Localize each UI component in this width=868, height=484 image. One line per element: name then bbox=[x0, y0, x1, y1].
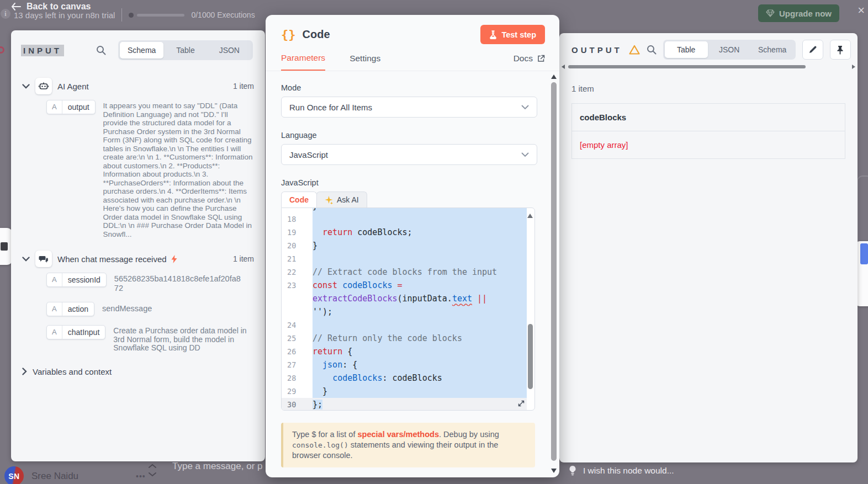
code-lines[interactable]: }18 19 return codeBlocks;20}21 22// Extr… bbox=[282, 208, 527, 410]
modal-scrollbar-thumb[interactable] bbox=[551, 82, 557, 461]
variables-context-label: Variables and context bbox=[33, 367, 112, 376]
editor-tab-ask-ai[interactable]: Ask AI bbox=[316, 192, 367, 208]
chevron-down-icon bbox=[521, 152, 529, 157]
mode-label: Mode bbox=[281, 83, 537, 92]
input-tab-table[interactable]: Table bbox=[163, 42, 207, 58]
hint-code: console.log() bbox=[292, 441, 348, 449]
language-select[interactable]: JavaScript bbox=[281, 144, 537, 165]
code-editor[interactable]: }18 19 return codeBlocks;20}21 22// Extr… bbox=[281, 208, 535, 411]
avatar[interactable]: SN bbox=[4, 466, 24, 484]
output-tab-table[interactable]: Table bbox=[665, 41, 708, 58]
upgrade-now-label: Upgrade now bbox=[779, 9, 832, 18]
info-icon[interactable]: i bbox=[1, 9, 10, 19]
chat-scroll-controls[interactable] bbox=[148, 464, 157, 477]
chevron-up-icon[interactable] bbox=[148, 464, 157, 469]
close-icon[interactable]: × bbox=[858, 4, 865, 17]
progress-track bbox=[137, 14, 184, 17]
external-link-icon bbox=[537, 55, 545, 62]
output-table-value[interactable]: [empty array] bbox=[572, 131, 845, 158]
flask-icon bbox=[489, 30, 497, 39]
sessionid-field-value: 565268235ba141818c8efe1af20fa872 bbox=[114, 273, 242, 293]
output-field-pill[interactable]: A output bbox=[46, 100, 96, 114]
mode-select[interactable]: Run Once for All Items bbox=[281, 97, 537, 118]
chevron-right-icon[interactable] bbox=[22, 368, 27, 375]
input-tab-json[interactable]: JSON bbox=[208, 42, 251, 58]
edit-output-button[interactable] bbox=[802, 40, 823, 60]
chatinput-field-pill[interactable]: A chatInput bbox=[46, 325, 105, 339]
input-schema-tree: AI Agent 1 item A output It appears you … bbox=[11, 66, 265, 376]
output-panel-title: OUTPUT bbox=[571, 45, 622, 55]
chatinput-field-row[interactable]: A chatInput Create a Purchase order data… bbox=[46, 325, 254, 353]
chevron-down-icon[interactable] bbox=[22, 257, 30, 262]
search-icon[interactable] bbox=[96, 45, 106, 55]
upgrade-now-button[interactable]: Upgrade now bbox=[758, 4, 839, 22]
sparkle-icon bbox=[325, 196, 333, 204]
output-tab-schema[interactable]: Schema bbox=[751, 41, 794, 58]
scrollbar-thumb[interactable] bbox=[568, 65, 806, 68]
tab-parameters[interactable]: Parameters bbox=[281, 53, 325, 71]
chat-trigger-label: When chat message received bbox=[57, 254, 167, 264]
pin-data-button[interactable] bbox=[830, 40, 851, 60]
ai-agent-node-row[interactable]: AI Agent 1 item bbox=[22, 78, 254, 94]
field-type: A bbox=[47, 273, 62, 286]
special-vars-link[interactable]: special vars/methods bbox=[357, 430, 439, 439]
robot-icon bbox=[35, 78, 52, 94]
field-name: sessionId bbox=[62, 273, 106, 286]
action-field-row[interactable]: A action sendMessage bbox=[46, 302, 254, 316]
editor-scrollbar-thumb[interactable] bbox=[528, 324, 533, 389]
field-type: A bbox=[47, 302, 62, 316]
user-menu-dots[interactable]: ••• bbox=[136, 472, 146, 481]
chat-trigger-node-row[interactable]: When chat message received 1 item bbox=[22, 251, 254, 267]
output-view-tabs: Table JSON Schema bbox=[663, 40, 796, 60]
chat-input-ghost-text: Type a message, or p bbox=[172, 461, 262, 472]
search-icon[interactable] bbox=[647, 45, 657, 55]
action-field-value: sendMessage bbox=[102, 302, 152, 313]
output-table-header[interactable]: codeBlocks bbox=[572, 104, 845, 131]
user-account-row[interactable]: SN Sree Naidu ••• bbox=[4, 466, 146, 484]
docs-label: Docs bbox=[514, 54, 533, 63]
input-panel-title: INPUT bbox=[21, 45, 64, 56]
chevron-down-icon[interactable] bbox=[148, 472, 157, 477]
output-field-row[interactable]: A output It appears you meant to say "DD… bbox=[46, 100, 254, 238]
output-tab-json[interactable]: JSON bbox=[708, 41, 751, 58]
sessionid-field-pill[interactable]: A sessionId bbox=[46, 273, 107, 287]
canvas-node-partial-left bbox=[0, 228, 12, 265]
node-feedback-link[interactable]: I wish this node would... bbox=[569, 465, 674, 476]
input-view-tabs: Schema Table JSON bbox=[118, 40, 253, 60]
variables-context-row[interactable]: Variables and context bbox=[22, 367, 254, 376]
node-feedback-text: I wish this node would... bbox=[583, 466, 674, 476]
editor-scroll-up-arrow[interactable] bbox=[527, 214, 533, 218]
output-field-value: It appears you meant to say "DDL" (Data … bbox=[103, 100, 254, 238]
field-type: A bbox=[47, 100, 62, 114]
warning-icon bbox=[629, 45, 640, 55]
field-name: output bbox=[62, 100, 95, 114]
tab-settings[interactable]: Settings bbox=[350, 54, 380, 70]
node-title[interactable]: Code bbox=[303, 28, 330, 41]
ai-agent-count: 1 item bbox=[233, 82, 254, 91]
executions-progress bbox=[129, 13, 184, 18]
modal-scroll-down-arrow[interactable] bbox=[551, 469, 557, 473]
editor-section-label: JavaScript bbox=[281, 178, 537, 187]
input-tab-schema[interactable]: Schema bbox=[120, 42, 163, 58]
test-step-button[interactable]: Test step bbox=[480, 25, 545, 44]
sessionid-field-row[interactable]: A sessionId 565268235ba141818c8efe1af20f… bbox=[46, 273, 254, 293]
modal-scrollbar[interactable] bbox=[550, 75, 558, 473]
docs-link[interactable]: Docs bbox=[514, 54, 545, 70]
editor-tab-code[interactable]: Code bbox=[281, 192, 317, 208]
ai-agent-label: AI Agent bbox=[57, 82, 89, 91]
scroll-left-arrow[interactable] bbox=[562, 65, 565, 69]
trial-text: 13 days left in your n8n trial bbox=[14, 10, 115, 20]
field-type: A bbox=[47, 326, 62, 339]
chevron-down-icon[interactable] bbox=[22, 84, 30, 89]
editor-resize-handle[interactable] bbox=[517, 399, 526, 408]
hint-text: Type $ for a list of bbox=[292, 430, 357, 439]
chat-icon bbox=[35, 251, 52, 267]
modal-scroll-up-arrow[interactable] bbox=[551, 75, 557, 79]
editor-scrollbar[interactable] bbox=[527, 209, 534, 409]
code-node-icon: {} bbox=[281, 28, 296, 41]
output-horizontal-scrollbar[interactable] bbox=[560, 64, 856, 70]
scroll-right-arrow[interactable] bbox=[852, 65, 855, 69]
language-value: JavaScript bbox=[289, 150, 328, 159]
code-tab-label: Code bbox=[289, 195, 309, 204]
action-field-pill[interactable]: A action bbox=[46, 302, 94, 316]
